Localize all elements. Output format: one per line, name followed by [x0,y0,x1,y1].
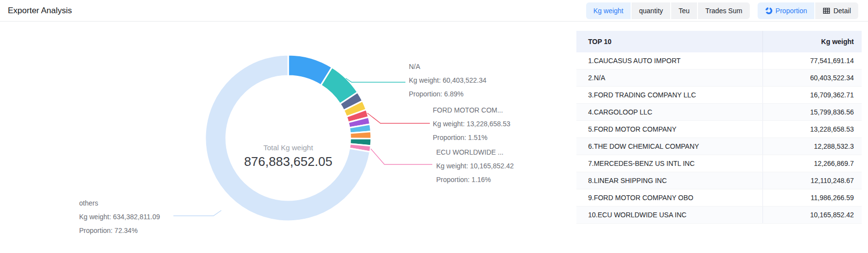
tab-detail[interactable]: Detail [814,2,858,19]
slice-label-n-a: N/AKg weight: 60,403,522.34Proportion: 6… [409,60,487,101]
page-title: Exporter Analysis [8,6,72,16]
tab-label: Detail [833,7,851,15]
row-kg-weight-value: 11,986,266.59 [762,189,862,206]
top10-table: TOP 10 Kg weight 1.CAUCASUS AUTO IMPORT7… [576,31,862,224]
tab-teu[interactable]: Teu [670,2,697,19]
tab-quantity[interactable]: quantity [631,2,670,19]
column-header-kg-weight: Kg weight [762,31,862,52]
row-kg-weight-value: 12,266,869.7 [762,155,862,172]
label-leader-line [371,149,432,164]
row-exporter-name: 10.ECU WORLDWIDE USA INC [576,211,762,219]
slice-label-name: FORD MOTOR COM... [433,103,510,117]
row-exporter-name: 2.N/A [576,74,762,82]
table-row: 8.LINEAR SHIPPING INC12,110,248.67 [576,172,862,189]
label-leader-line [346,78,405,82]
table-row: 3.FORD TRADING COMPANY LLC16,709,362.71 [576,87,862,104]
table-row: 9.FORD MOTOR COMPANY OBO11,986,266.59 [576,189,862,207]
row-kg-weight-value: 12,110,248.67 [762,172,862,189]
row-exporter-name: 7.MERCEDES-BENZ US INTL INC [576,160,762,167]
slice-label-name: others [79,196,160,210]
slice-label-others: othersKg weight: 634,382,811.09Proportio… [79,196,160,237]
slice-label-prop-line: Proportion: 1.16% [436,173,514,186]
view-tabs: ProportionDetail [758,2,858,19]
row-exporter-name: 6.THE DOW CHEMICAL COMPANY [576,142,762,150]
tab-label: Kg weight [593,7,623,15]
slice-label-name: N/A [409,60,487,73]
table-body: 1.CAUCASUS AUTO IMPORT77,541,691.142.N/A… [576,52,862,224]
label-leader-line [367,113,430,123]
row-exporter-name: 4.CARGOLOOP LLC [576,108,762,116]
row-exporter-name: 8.LINEAR SHIPPING INC [576,177,762,184]
row-exporter-name: 9.FORD MOTOR COMPANY OBO [576,194,762,202]
slice-label-kg-line: Kg weight: 13,228,658.53 [433,117,510,131]
row-exporter-name: 5.FORD MOTOR COMPANY [576,125,762,133]
slice-label-prop-line: Proportion: 6.89% [409,87,487,101]
row-kg-weight-value: 10,165,852.42 [762,207,862,223]
table-grid-icon [823,7,830,15]
slice-label-kg-line: Kg weight: 634,382,811.09 [79,210,160,224]
tab-kg-weight[interactable]: Kg weight [586,2,631,19]
column-header-top10: TOP 10 [576,38,762,46]
donut-center: Total Kg weight 876,883,652.05 [215,143,361,169]
row-kg-weight-value: 16,709,362.71 [762,87,862,103]
table-row: 4.CARGOLOOP LLC15,799,836.56 [576,104,862,121]
row-exporter-name: 1.CAUCASUS AUTO IMPORT [576,57,762,65]
donut-center-total: 876,883,652.05 [215,154,361,169]
table-row: 5.FORD MOTOR COMPANY13,228,658.53 [576,121,862,138]
row-kg-weight-value: 77,541,691.14 [762,52,862,69]
row-kg-weight-value: 15,799,836.56 [762,104,862,120]
slice-label-prop-line: Proportion: 72.34% [79,224,160,237]
table-header-row: TOP 10 Kg weight [576,31,862,52]
header-bar: Exporter Analysis Kg weightquantityTeuTr… [0,0,868,22]
slice-label-kg-line: Kg weight: 10,165,852.42 [436,159,514,173]
tab-proportion[interactable]: Proportion [758,2,815,19]
row-exporter-name: 3.FORD TRADING COMPANY LLC [576,91,762,99]
metric-tabs: Kg weightquantityTeuTrades Sum [586,2,750,19]
slice-label-name: ECU WORLDWIDE ... [436,145,514,159]
slice-label-ford-motor-com: FORD MOTOR COM...Kg weight: 13,228,658.5… [433,103,510,144]
table-row: 10.ECU WORLDWIDE USA INC10,165,852.42 [576,207,862,224]
table-row: 1.CAUCASUS AUTO IMPORT77,541,691.14 [576,52,862,69]
table-row: 2.N/A60,403,522.34 [576,69,862,87]
label-leader-line [173,210,221,216]
row-kg-weight-value: 13,228,658.53 [762,121,862,138]
slice-label-ecu-worldwide: ECU WORLDWIDE ...Kg weight: 10,165,852.4… [436,145,514,186]
table-row: 7.MERCEDES-BENZ US INTL INC12,266,869.7 [576,155,862,172]
row-kg-weight-value: 60,403,522.34 [762,69,862,86]
tab-label: quantity [639,7,663,15]
pie-slice-linear-shipping-inc[interactable] [350,132,371,139]
donut-center-title: Total Kg weight [215,143,361,153]
donut-chart-icon [765,7,773,15]
tab-label: Teu [678,7,690,15]
row-kg-weight-value: 12,288,532.3 [762,138,862,155]
tab-trades-sum[interactable]: Trades Sum [697,2,750,19]
tab-label: Proportion [776,7,807,15]
table-row: 6.THE DOW CHEMICAL COMPANY12,288,532.3 [576,138,862,155]
slice-label-kg-line: Kg weight: 60,403,522.34 [409,73,487,87]
tab-label: Trades Sum [705,7,742,15]
slice-label-prop-line: Proportion: 1.51% [433,131,510,144]
